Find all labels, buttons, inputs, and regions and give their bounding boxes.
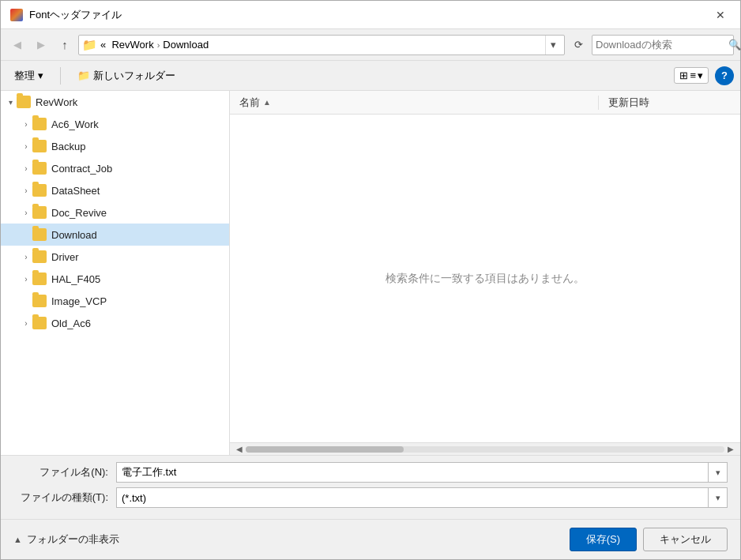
folder-hide-toggle[interactable]: フォルダーの非表示 [27, 532, 119, 547]
new-folder-label: 新しいフォルダー [93, 69, 175, 83]
filename-input[interactable] [116, 462, 709, 483]
hscroll-right-arrow[interactable]: ▶ [724, 443, 737, 456]
expand-icon-driver[interactable]: › [20, 250, 32, 263]
file-empty-message: 検索条件に一致する項目はありません。 [230, 115, 740, 442]
sort-arrow-name: ▲ [263, 98, 271, 107]
refresh-button[interactable]: ⟳ [568, 35, 589, 55]
tree-item-driver[interactable]: › Driver [1, 246, 229, 268]
tree-item-revwork[interactable]: ▾ RevWork [1, 91, 229, 113]
tree-item-contractjob[interactable]: › Contract_Job [1, 157, 229, 179]
hscroll-track[interactable] [246, 446, 724, 453]
folder-icon-datasheet [32, 184, 47, 197]
folder-icon-backup [32, 140, 47, 152]
breadcrumb-bar[interactable]: 📁 « RevWork › Download ▾ [78, 35, 565, 55]
forward-button[interactable]: ▶ [31, 35, 51, 55]
breadcrumb-dropdown-button[interactable]: ▾ [545, 36, 561, 54]
title-bar: Fontヘッダファイル ✕ [1, 1, 740, 29]
tree-item-download[interactable]: › Download [1, 224, 229, 246]
action-bar: 整理 ▾ 📁 新しいフォルダー ⊞ ≡ ▾ ? [1, 61, 740, 91]
tree-item-ac6work[interactable]: › Ac6_Work [1, 113, 229, 135]
footer: ▲ フォルダーの非表示 保存(S) キャンセル [1, 519, 740, 559]
close-button[interactable]: ✕ [710, 5, 731, 25]
folder-icon-imagevcp [32, 295, 47, 307]
search-input[interactable] [596, 39, 728, 51]
new-folder-icon: 📁 [77, 70, 90, 81]
folder-tree[interactable]: ▾ RevWork › Ac6_Work › Backup › Contract… [1, 91, 230, 455]
tree-label-oldac6: Old_Ac6 [51, 318, 91, 329]
expand-icon-oldac6[interactable]: › [20, 317, 32, 329]
tree-label-driver: Driver [51, 251, 79, 263]
expand-icon-half405[interactable]: › [20, 272, 32, 285]
breadcrumb-separator: › [157, 40, 160, 50]
tree-label-revwork: RevWork [36, 96, 77, 108]
view-dropdown-arrow: ▾ [698, 70, 703, 81]
navigation-toolbar: ◀ ▶ ↑ 📁 « RevWork › Download ▾ ⟳ 🔍 [1, 29, 740, 61]
filetype-row: ファイルの種類(T): ▾ [13, 487, 728, 508]
column-header-name[interactable]: 名前 ▲ [230, 96, 598, 110]
up-button[interactable]: ↑ [55, 35, 75, 55]
expand-icon-backup[interactable]: › [20, 140, 32, 152]
column-header-date[interactable]: 更新日時 [598, 96, 740, 110]
breadcrumb-path: 📁 « RevWork › Download [82, 38, 545, 52]
tree-label-half405: HAL_F405 [51, 273, 100, 285]
back-button[interactable]: ◀ [7, 35, 28, 55]
filetype-input-wrap: ▾ [116, 487, 728, 508]
bottom-form: ファイル名(N): ▾ ファイルの種類(T): ▾ [1, 455, 740, 519]
organize-label: 整理 ▾ [14, 69, 43, 83]
hscroll-left-arrow[interactable]: ◀ [233, 443, 246, 456]
new-folder-button[interactable]: 📁 新しいフォルダー [70, 66, 182, 86]
expand-icon-datasheet[interactable]: › [20, 184, 32, 197]
filename-row: ファイル名(N): ▾ [13, 462, 728, 483]
tree-label-backup: Backup [51, 141, 85, 152]
tree-label-datasheet: DataSheet [51, 185, 100, 197]
view-icon: ⊞ [679, 70, 688, 81]
app-icon [10, 9, 23, 21]
expand-icon-contractjob[interactable]: › [20, 162, 32, 175]
filetype-dropdown-button[interactable]: ▾ [709, 487, 728, 508]
breadcrumb-part1: « RevWork [100, 39, 154, 51]
tree-item-datasheet[interactable]: › DataSheet [1, 179, 229, 201]
tree-label-contractjob: Contract_Job [51, 163, 112, 175]
tree-label-ac6work: Ac6_Work [51, 118, 99, 130]
expand-icon-ac6work[interactable]: › [20, 118, 32, 130]
tree-item-half405[interactable]: › HAL_F405 [1, 268, 229, 290]
view-list-icon: ≡ [690, 70, 696, 81]
tree-label-docrevive: Doc_Revive [51, 207, 107, 219]
tree-item-backup[interactable]: › Backup [1, 135, 229, 157]
cancel-button[interactable]: キャンセル [643, 528, 728, 551]
view-button[interactable]: ⊞ ≡ ▾ [674, 67, 709, 84]
folder-icon-driver [32, 250, 47, 263]
expand-icon-docrevive[interactable]: › [20, 206, 32, 219]
folder-icon-contractjob [32, 162, 47, 175]
breadcrumb-part2: Download [163, 39, 209, 51]
file-panel: 名前 ▲ 更新日時 検索条件に一致する項目はありません。 ◀ ▶ [230, 91, 740, 455]
folder-icon-download [32, 228, 47, 241]
filetype-label: ファイルの種類(T): [13, 490, 116, 505]
tree-label-download: Download [51, 229, 97, 241]
folder-icon-docrevive [32, 206, 47, 219]
folder-toggle-arrow: ▲ [13, 535, 22, 544]
dialog-title: Fontヘッダファイル [29, 8, 710, 22]
footer-left: ▲ フォルダーの非表示 [13, 532, 563, 547]
filename-dropdown-button[interactable]: ▾ [709, 462, 728, 483]
expand-icon-revwork[interactable]: ▾ [4, 96, 17, 108]
tree-item-imagevcp[interactable]: › Image_VCP [1, 290, 229, 312]
help-button[interactable]: ? [715, 66, 734, 85]
filetype-input[interactable] [116, 487, 709, 508]
hscroll-thumb[interactable] [246, 446, 404, 453]
horizontal-scrollbar[interactable]: ◀ ▶ [230, 442, 740, 455]
tree-item-oldac6[interactable]: › Old_Ac6 [1, 312, 229, 334]
main-content: ▾ RevWork › Ac6_Work › Backup › Contract… [1, 91, 740, 455]
search-icon: 🔍 [728, 39, 741, 51]
organize-button[interactable]: 整理 ▾ [7, 66, 51, 86]
toolbar-separator [60, 67, 61, 85]
folder-icon: 📁 [82, 38, 97, 52]
folder-icon-half405 [32, 272, 47, 285]
tree-item-docrevive[interactable]: › Doc_Revive [1, 201, 229, 224]
save-button[interactable]: 保存(S) [570, 528, 637, 551]
tree-label-imagevcp: Image_VCP [51, 295, 107, 307]
file-header: 名前 ▲ 更新日時 [230, 91, 740, 115]
folder-icon-revwork [17, 96, 31, 108]
folder-icon-ac6work [32, 118, 47, 130]
search-box[interactable]: 🔍 [592, 35, 734, 55]
